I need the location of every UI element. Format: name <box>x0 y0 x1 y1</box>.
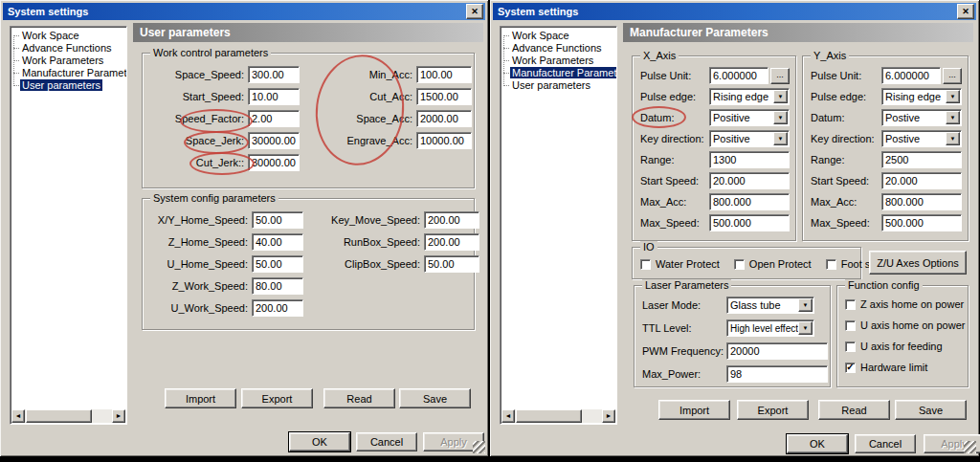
u-axis-feeding-checkbox[interactable]: U axis for feeding <box>845 341 968 352</box>
space-acc-input[interactable] <box>416 110 472 127</box>
x-start-speed-input[interactable] <box>709 172 790 189</box>
ttl-level-select[interactable]: High level effective▼ <box>726 319 814 337</box>
save-button[interactable]: Save <box>399 388 471 408</box>
scroll-left-button[interactable]: ◄ <box>501 409 515 423</box>
browse-button[interactable]: ... <box>943 68 962 84</box>
x-key-direction-select[interactable]: Positive▼ <box>709 130 790 147</box>
u-home-speed-input[interactable] <box>252 255 303 273</box>
resize-grip[interactable] <box>964 441 976 453</box>
chevron-down-icon[interactable]: ▼ <box>798 321 813 335</box>
import-button[interactable]: Import <box>165 388 236 408</box>
chevron-down-icon[interactable]: ▼ <box>798 298 813 312</box>
scrollbar-thumb[interactable] <box>26 409 92 423</box>
y-max-acc-input[interactable] <box>881 193 962 210</box>
checkbox-box[interactable] <box>845 320 856 331</box>
cancel-button[interactable]: Cancel <box>356 432 417 451</box>
y-key-direction-select[interactable]: Postive▼ <box>881 130 962 147</box>
resize-grip[interactable] <box>473 441 485 453</box>
tree-item-manufacturer-parameters[interactable]: Manufacturer Parameters <box>11 67 126 79</box>
y-pulse-unit-input[interactable] <box>881 67 941 84</box>
cancel-button[interactable]: Cancel <box>855 434 916 453</box>
import-button[interactable]: Import <box>658 400 730 420</box>
speed-factor-input[interactable] <box>248 110 300 127</box>
scrollbar-thumb[interactable] <box>516 409 582 423</box>
tree-item-user-parameters[interactable]: User parameters <box>11 79 126 92</box>
cut-acc-input[interactable] <box>416 88 472 105</box>
y-pulse-edge-select[interactable]: Rising edge▼ <box>881 88 962 105</box>
titlebar[interactable]: System settings ✕ <box>493 3 976 20</box>
key-move-speed-input[interactable] <box>424 211 479 229</box>
x-max-acc-input[interactable] <box>709 193 790 210</box>
chevron-down-icon[interactable]: ▼ <box>773 90 788 103</box>
cut-jerk-input[interactable] <box>248 154 300 171</box>
x-range-input[interactable] <box>709 151 790 168</box>
tree-item-work-parameters[interactable]: Work Parameters <box>501 55 616 67</box>
chevron-down-icon[interactable]: ▼ <box>773 132 788 145</box>
tree-horizontal-scrollbar[interactable]: ◄ ► <box>501 409 615 423</box>
y-max-speed-input[interactable] <box>881 214 962 231</box>
y-range-input[interactable] <box>881 151 962 168</box>
close-button[interactable]: ✕ <box>466 4 483 19</box>
read-button[interactable]: Read <box>818 400 890 420</box>
checkbox-box[interactable] <box>845 299 856 310</box>
chevron-down-icon[interactable]: ▼ <box>946 111 960 124</box>
start-speed-input[interactable] <box>248 88 300 105</box>
scroll-right-button[interactable]: ► <box>112 409 125 423</box>
tree-item-work-parameters[interactable]: Work Parameters <box>11 55 126 67</box>
z-axis-home-checkbox[interactable]: Z axis home on power <box>845 298 968 310</box>
checkbox-box[interactable]: ✓ <box>845 363 856 373</box>
tree-item-advance-functions[interactable]: Advance Functions <box>501 42 616 55</box>
chevron-down-icon[interactable]: ▼ <box>773 111 788 124</box>
min-acc-input[interactable] <box>416 66 472 83</box>
save-button[interactable]: Save <box>895 400 967 420</box>
close-button[interactable]: ✕ <box>957 4 974 19</box>
hardware-limit-checkbox[interactable]: ✓Hardware limit <box>845 362 968 373</box>
x-pulse-unit-input[interactable] <box>709 67 768 84</box>
laser-mode-select[interactable]: Glass tube▼ <box>726 297 814 314</box>
xy-home-speed-input[interactable] <box>252 211 303 229</box>
tree-item-manufacturer-parameters[interactable]: Manufacturer Parameters <box>501 67 616 79</box>
clipbox-speed-input[interactable] <box>424 255 479 273</box>
y-datum-select[interactable]: Postive▼ <box>881 109 962 126</box>
tree-item-work-space[interactable]: Work Space <box>501 30 616 42</box>
read-button[interactable]: Read <box>323 388 395 408</box>
x-pulse-unit-label: Pulse Unit: <box>640 70 709 81</box>
tree-item-user-parameters[interactable]: User parameters <box>501 79 616 92</box>
x-datum-select[interactable]: Positive▼ <box>709 109 790 126</box>
runbox-speed-input[interactable] <box>424 233 479 251</box>
ok-button[interactable]: OK <box>289 432 350 451</box>
u-axis-home-checkbox[interactable]: U axis home on power <box>845 319 968 331</box>
max-power-input[interactable] <box>726 365 828 383</box>
titlebar[interactable]: System settings ✕ <box>3 3 485 20</box>
tree-horizontal-scrollbar[interactable]: ◄ ► <box>11 409 125 423</box>
checkbox-box[interactable] <box>640 259 651 270</box>
export-button[interactable]: Export <box>737 400 809 420</box>
checkbox-box[interactable] <box>826 259 836 270</box>
checkbox-box[interactable] <box>845 341 856 352</box>
chevron-down-icon[interactable]: ▼ <box>946 132 960 145</box>
engrave-acc-input[interactable] <box>416 132 472 149</box>
browse-button[interactable]: ... <box>770 68 790 84</box>
space-speed-input[interactable] <box>248 66 300 83</box>
y-start-speed-input[interactable] <box>881 172 962 189</box>
u-work-speed-input[interactable] <box>252 299 303 317</box>
chevron-down-icon[interactable]: ▼ <box>946 90 960 103</box>
z-work-speed-input[interactable] <box>252 277 303 295</box>
tree-item-work-space[interactable]: Work Space <box>11 30 126 42</box>
ok-button[interactable]: OK <box>787 434 848 453</box>
export-button[interactable]: Export <box>241 388 313 408</box>
tree-item-advance-functions[interactable]: Advance Functions <box>11 42 126 55</box>
space-jerk-input[interactable] <box>248 132 300 149</box>
z-home-speed-input[interactable] <box>252 233 303 251</box>
pwm-frequency-input[interactable] <box>726 342 828 360</box>
checkbox-box[interactable] <box>734 259 745 270</box>
open-protect-checkbox[interactable]: Open Protect <box>734 258 812 270</box>
scrollbar-track[interactable] <box>25 409 112 423</box>
x-pulse-edge-select[interactable]: Rising edge▼ <box>709 88 790 105</box>
scrollbar-track[interactable] <box>515 409 602 423</box>
scroll-left-button[interactable]: ◄ <box>11 409 25 423</box>
scroll-right-button[interactable]: ► <box>602 409 615 423</box>
x-max-speed-input[interactable] <box>709 214 790 231</box>
water-protect-checkbox[interactable]: Water Protect <box>640 258 720 270</box>
zu-axes-options-button[interactable]: Z/U Axes Options <box>869 251 967 275</box>
